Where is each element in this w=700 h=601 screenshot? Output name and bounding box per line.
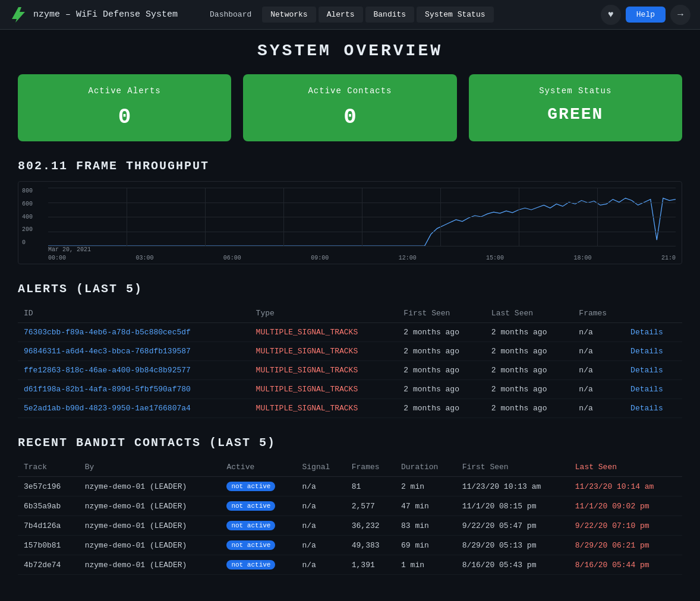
col-first-seen: First Seen (398, 304, 485, 323)
bandit-first-seen: 8/29/20 05:13 pm (456, 536, 569, 555)
nav-networks[interactable]: Networks (262, 7, 316, 23)
alert-id: 5e2ad1ab-b90d-4823-9950-1ae1766807a4 (18, 399, 250, 418)
alert-details-link[interactable]: Details (625, 380, 682, 399)
y-label-800: 800 (22, 188, 33, 194)
bandits-header-row: Track By Active Signal Frames Duration F… (18, 458, 682, 477)
chart-date: Mar 20, 2021 (48, 246, 91, 253)
alert-last-seen: 2 months ago (485, 399, 573, 418)
table-row: d61f198a-82b1-4afa-899d-5fbf590af780 MUL… (18, 380, 682, 399)
alert-details-link[interactable]: Details (625, 399, 682, 418)
help-button[interactable]: Help (626, 7, 666, 23)
col-type: Type (250, 304, 398, 323)
nav-links: Dashboard Networks Alerts Bandits System… (201, 7, 601, 23)
heart-icon-button[interactable]: ♥ (601, 5, 621, 25)
bandit-first-seen: 9/22/20 05:47 pm (456, 516, 569, 536)
alert-last-seen: 2 months ago (485, 380, 573, 399)
bandit-duration: 69 min (395, 536, 456, 555)
table-row: 157b0b81 nzyme-demo-01 (LEADER) not acti… (18, 536, 682, 555)
bandit-by: nzyme-demo-01 (LEADER) (79, 496, 221, 516)
y-label-200: 200 (22, 226, 33, 233)
x-label-0600: 06:00 (223, 255, 241, 261)
bandit-signal: n/a (297, 477, 346, 496)
bandit-by: nzyme-demo-01 (LEADER) (79, 477, 221, 496)
bandit-active: not active (220, 477, 296, 496)
col-last-seen: Last Seen (485, 304, 573, 323)
bandit-frames: 1,391 (346, 555, 395, 575)
chart-y-labels: 800 600 400 200 0 (22, 188, 33, 246)
bandit-by: nzyme-demo-01 (LEADER) (79, 516, 221, 536)
logout-icon-button[interactable]: → (670, 5, 690, 25)
alert-frames: n/a (573, 361, 625, 380)
alert-id: d61f198a-82b1-4afa-899d-5fbf590af780 (18, 380, 250, 399)
active-alerts-value: 0 (30, 105, 219, 129)
y-label-0: 0 (22, 239, 33, 246)
alert-type: MULTIPLE_SIGNAL_TRACKS (250, 361, 398, 380)
col-duration: Duration (395, 458, 456, 477)
chart-x-labels: 00:00 03:00 06:00 09:00 12:00 15:00 18:0… (48, 255, 676, 261)
bandit-last-seen: 11/23/20 10:14 am (569, 477, 682, 496)
alert-id: 76303cbb-f89a-4eb6-a78d-b5c880cec5df (18, 323, 250, 342)
alert-first-seen: 2 months ago (398, 323, 485, 342)
table-row: 96846311-a6d4-4ec3-bbca-768dfb139587 MUL… (18, 342, 682, 361)
x-label-0000: 00:00 (48, 255, 66, 261)
grid-line-bottom (48, 246, 676, 246)
vgrid-7 (597, 188, 598, 246)
col-bfirst-seen: First Seen (456, 458, 569, 477)
bandit-last-seen: 8/29/20 06:21 pm (569, 536, 682, 555)
alert-id: ffe12863-818c-46ae-a400-9b84c8b92577 (18, 361, 250, 380)
bandit-duration: 1 min (395, 555, 456, 575)
vgrid-1 (127, 188, 127, 246)
nav-alerts[interactable]: Alerts (319, 7, 363, 23)
col-bframes: Frames (346, 458, 395, 477)
alerts-table: ID Type First Seen Last Seen Frames 7630… (18, 304, 682, 418)
bandits-thead: Track By Active Signal Frames Duration F… (18, 458, 682, 477)
bandit-track: 6b35a9ab (18, 496, 79, 516)
active-contacts-value: 0 (255, 105, 444, 129)
bandit-last-seen: 8/16/20 05:44 pm (569, 555, 682, 575)
nav-bandits[interactable]: Bandits (365, 7, 415, 23)
alert-frames: n/a (573, 380, 625, 399)
x-label-0900: 09:00 (311, 255, 329, 261)
nav-dashboard[interactable]: Dashboard (201, 7, 260, 23)
bandit-track: 157b0b81 (18, 536, 79, 555)
status-badge: not active (226, 521, 275, 530)
bandit-track: 3e57c196 (18, 477, 79, 496)
bandits-title: RECENT BANDIT CONTACTS (LAST 5) (18, 436, 682, 450)
alert-frames: n/a (573, 323, 625, 342)
bandit-last-seen: 9/22/20 07:10 pm (569, 516, 682, 536)
x-label-1200: 12:00 (399, 255, 417, 261)
system-status-value: GREEN (481, 105, 670, 124)
bandit-frames: 2,577 (346, 496, 395, 516)
alert-type: MULTIPLE_SIGNAL_TRACKS (250, 380, 398, 399)
nav-system-status[interactable]: System Status (417, 7, 493, 23)
bandit-frames: 36,232 (346, 516, 395, 536)
col-by: By (79, 458, 221, 477)
alert-details-link[interactable]: Details (625, 323, 682, 342)
svg-marker-0 (12, 7, 25, 23)
alert-id: 96846311-a6d4-4ec3-bbca-768dfb139587 (18, 342, 250, 361)
nav-right: ♥ Help → (601, 5, 690, 25)
alerts-thead: ID Type First Seen Last Seen Frames (18, 304, 682, 323)
alerts-header-row: ID Type First Seen Last Seen Frames (18, 304, 682, 323)
app-logo (10, 6, 27, 24)
alert-first-seen: 2 months ago (398, 361, 485, 380)
system-status-title: System Status (481, 86, 670, 96)
alert-details-link[interactable]: Details (625, 361, 682, 380)
x-label-2100: 21:0 (661, 255, 676, 261)
bandits-table: Track By Active Signal Frames Duration F… (18, 458, 682, 575)
alert-details-link[interactable]: Details (625, 342, 682, 361)
bandit-by: nzyme-demo-01 (LEADER) (79, 536, 221, 555)
bandit-active: not active (220, 536, 296, 555)
vgrid-5 (440, 188, 441, 246)
bandit-active: not active (220, 555, 296, 575)
bandit-signal: n/a (297, 555, 346, 575)
bandit-duration: 83 min (395, 516, 456, 536)
active-alerts-title: Active Alerts (30, 86, 219, 96)
page-title: SYSTEM OVERVIEW (18, 42, 682, 60)
status-badge: not active (226, 501, 275, 511)
alert-type: MULTIPLE_SIGNAL_TRACKS (250, 399, 398, 418)
bandit-signal: n/a (297, 496, 346, 516)
alert-first-seen: 2 months ago (398, 342, 485, 361)
alert-type: MULTIPLE_SIGNAL_TRACKS (250, 323, 398, 342)
throughput-title: 802.11 FRAME THROUGHPUT (18, 159, 682, 173)
